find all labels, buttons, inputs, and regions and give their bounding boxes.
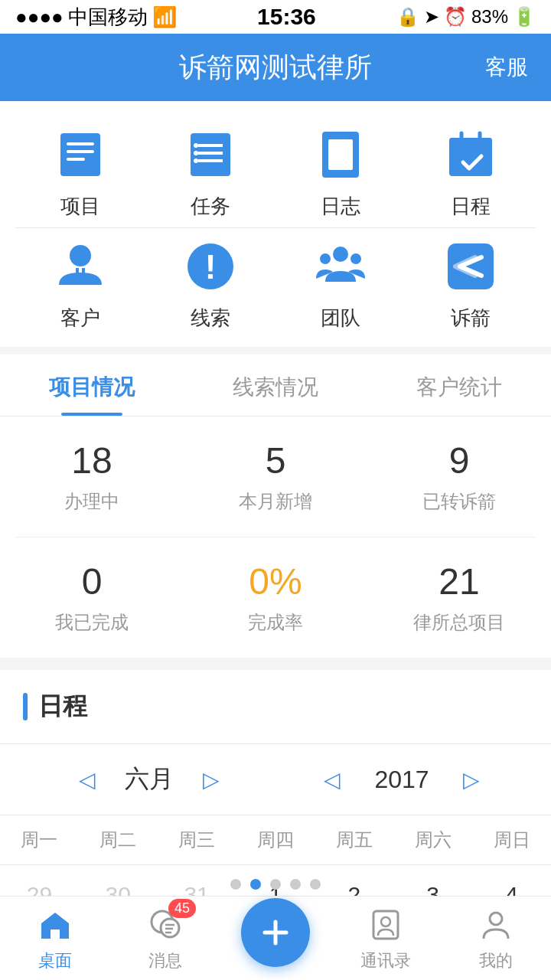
nav-item-add[interactable] bbox=[220, 898, 331, 979]
lock-icon: 🔒 bbox=[396, 6, 419, 28]
stat-completion-rate: 0% 完成率 bbox=[184, 560, 367, 635]
svg-point-36 bbox=[381, 917, 390, 926]
indicator-5 bbox=[310, 879, 321, 890]
next-year-button[interactable]: ▷ bbox=[455, 764, 487, 795]
svg-rect-19 bbox=[76, 268, 79, 274]
quick-item-project[interactable]: 项目 bbox=[15, 124, 145, 220]
svg-rect-0 bbox=[60, 133, 100, 176]
home-icon bbox=[35, 905, 75, 945]
clue-label: 线索 bbox=[191, 305, 230, 332]
task-label: 任务 bbox=[191, 193, 230, 220]
nav-item-message[interactable]: 45 消息 bbox=[110, 905, 220, 972]
clock-icon: ⏰ bbox=[444, 6, 467, 28]
location-icon: ➤ bbox=[424, 6, 439, 28]
quick-item-task[interactable]: 任务 bbox=[145, 124, 276, 220]
schedule-section-title: 日程 bbox=[38, 690, 87, 724]
stat-in-progress: 18 办理中 bbox=[0, 439, 184, 514]
indicator-3 bbox=[270, 879, 281, 890]
stat-transferred: 9 已转诉箭 bbox=[367, 439, 551, 514]
nav-label-mine: 我的 bbox=[479, 949, 513, 972]
svg-rect-12 bbox=[328, 139, 353, 170]
stat-label-new-month: 本月新增 bbox=[239, 489, 312, 514]
quick-item-schedule[interactable]: 日程 bbox=[406, 124, 536, 220]
indicator-1 bbox=[230, 879, 241, 890]
arrow-label: 诉箭 bbox=[451, 305, 491, 332]
message-icon: 45 bbox=[145, 905, 185, 945]
quick-item-client[interactable]: 客户 bbox=[15, 236, 145, 332]
quick-menu-row2: 客户 ! 线索 bbox=[0, 228, 551, 339]
client-label: 客户 bbox=[60, 305, 100, 332]
log-label: 日志 bbox=[321, 193, 360, 220]
stats-row1: 18 办理中 5 本月新增 9 已转诉箭 bbox=[0, 416, 551, 537]
team-icon bbox=[310, 236, 371, 297]
quick-menu-row1: 项目 任务 bbox=[0, 116, 551, 227]
svg-point-10 bbox=[194, 158, 198, 163]
stat-value-new-month: 5 bbox=[266, 439, 286, 482]
prev-month-button[interactable]: ◁ bbox=[71, 764, 103, 795]
weekday-sat: 周六 bbox=[393, 815, 472, 864]
stats-container: 18 办理中 5 本月新增 9 已转诉箭 0 我已完成 0% 完成率 21 律所… bbox=[0, 416, 551, 658]
stat-completed: 0 我已完成 bbox=[0, 560, 184, 635]
schedule-icon bbox=[440, 124, 501, 185]
project-label: 项目 bbox=[60, 193, 100, 220]
stat-value-transferred: 9 bbox=[449, 439, 470, 482]
weekday-thu: 周四 bbox=[236, 815, 315, 864]
service-button[interactable]: 客服 bbox=[485, 53, 528, 82]
quick-item-arrow[interactable]: 诉箭 bbox=[406, 236, 536, 332]
svg-rect-3 bbox=[67, 158, 85, 161]
stat-total-projects: 21 律所总项目 bbox=[367, 560, 551, 635]
signal-icon: ●●●● bbox=[15, 5, 64, 29]
carrier-name: 中国移动 bbox=[68, 4, 148, 31]
nav-item-mine[interactable]: 我的 bbox=[441, 905, 551, 972]
stat-value-rate: 0% bbox=[249, 560, 302, 603]
tabs: 项目情况 线索情况 客户统计 bbox=[0, 354, 551, 416]
svg-rect-2 bbox=[67, 150, 94, 153]
schedule-section-header: 日程 bbox=[0, 670, 551, 744]
quick-item-team[interactable]: 团队 bbox=[276, 236, 406, 332]
quick-item-clue[interactable]: ! 线索 bbox=[145, 236, 276, 332]
quick-menu: 项目 任务 bbox=[0, 101, 551, 347]
stat-label-completed: 我已完成 bbox=[55, 610, 129, 635]
month-nav-group: ◁ 六月 ▷ bbox=[23, 763, 276, 796]
prev-year-button[interactable]: ◁ bbox=[316, 764, 348, 795]
current-year: 2017 bbox=[364, 766, 440, 794]
schedule-label: 日程 bbox=[451, 193, 491, 220]
nav-label-message: 消息 bbox=[148, 949, 182, 972]
tab-clue[interactable]: 线索情况 bbox=[184, 354, 367, 416]
stat-label-in-progress: 办理中 bbox=[64, 489, 119, 514]
nav-item-home[interactable]: 桌面 bbox=[0, 905, 110, 972]
quick-item-log[interactable]: 日志 bbox=[276, 124, 406, 220]
svg-text:!: ! bbox=[205, 248, 217, 286]
svg-rect-35 bbox=[373, 911, 398, 939]
year-nav-group: ◁ 2017 ▷ bbox=[276, 764, 528, 795]
log-icon bbox=[310, 124, 371, 185]
nav-label-home: 桌面 bbox=[38, 949, 72, 972]
status-bar: ●●●● 中国移动 📶 15:36 🔒 ➤ ⏰ 83% 🔋 bbox=[0, 0, 551, 34]
svg-rect-20 bbox=[82, 268, 85, 274]
status-right: 🔒 ➤ ⏰ 83% 🔋 bbox=[396, 6, 536, 28]
tab-client[interactable]: 客户统计 bbox=[367, 354, 551, 416]
battery-icon: 🔋 bbox=[513, 6, 536, 28]
add-button[interactable] bbox=[241, 898, 310, 967]
current-month: 六月 bbox=[119, 763, 180, 796]
svg-point-18 bbox=[70, 245, 91, 266]
task-icon bbox=[180, 124, 241, 185]
tab-project[interactable]: 项目情况 bbox=[0, 354, 184, 416]
indicator-4 bbox=[290, 879, 301, 890]
weekday-mon: 周一 bbox=[0, 815, 79, 864]
mine-icon bbox=[476, 905, 516, 945]
status-left: ●●●● 中国移动 📶 bbox=[15, 4, 177, 31]
stat-value-in-progress: 18 bbox=[71, 439, 112, 482]
svg-rect-21 bbox=[73, 274, 88, 277]
svg-point-25 bbox=[320, 253, 331, 264]
next-month-button[interactable]: ▷ bbox=[195, 764, 227, 795]
team-label: 团队 bbox=[321, 305, 360, 332]
arrow-icon bbox=[440, 236, 501, 297]
header-title: 诉箭网测试律所 bbox=[179, 49, 372, 87]
status-time: 15:36 bbox=[257, 4, 316, 30]
nav-item-contacts[interactable]: 通讯录 bbox=[331, 905, 441, 972]
contacts-icon bbox=[366, 905, 406, 945]
clue-icon: ! bbox=[180, 236, 241, 297]
weekday-sun: 周日 bbox=[472, 815, 551, 864]
message-badge: 45 bbox=[168, 899, 196, 918]
